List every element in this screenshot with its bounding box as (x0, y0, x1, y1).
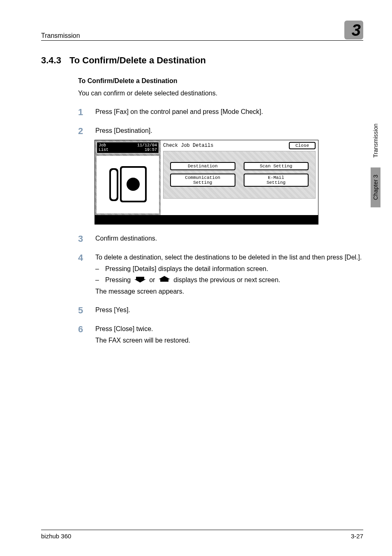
step-number: 4 (78, 253, 86, 296)
chapter-number: 3 (352, 21, 361, 39)
sub-heading: To Confirm/Delete a Destination (78, 77, 363, 85)
step-number: 5 (78, 306, 86, 315)
lcd-title: Check Job Details (163, 143, 213, 148)
bullet-dash: – (95, 264, 100, 273)
svg-marker-7 (159, 276, 170, 279)
step-follow-text: The FAX screen will be restored. (95, 336, 363, 345)
side-tab-chapter: Chapter 3 (371, 167, 380, 207)
step-number: 1 (78, 108, 86, 117)
step-text: Press [Fax] on the control panel and pre… (95, 107, 363, 117)
chapter-badge: 3 (343, 21, 363, 39)
svg-rect-8 (160, 279, 168, 282)
running-header: Transmission (41, 32, 80, 39)
svg-point-4 (127, 178, 140, 191)
lcd-tab-right: 11/12/04 19:57 (137, 143, 157, 152)
step-text: Press [Destination]. (95, 126, 363, 136)
side-tab-section: Transmission (372, 123, 379, 158)
intro-text: You can confirm or delete selected desti… (78, 89, 363, 98)
lcd-scan-setting-button[interactable]: Scan Setting (244, 162, 309, 170)
footer-page-number: 3-27 (351, 533, 363, 540)
step-follow-text: The message screen appears. (95, 287, 363, 296)
lcd-screenshot: Job List 11/12/04 19:57 Check Job Detail… (95, 140, 318, 225)
section-title: To Confirm/Delete a Destination (69, 55, 206, 66)
fax-machine-icon (105, 162, 150, 207)
step-text: Press [Yes]. (95, 305, 363, 315)
step-subtext: Pressing [Details] displays the detail i… (105, 264, 268, 273)
step-text: Confirm destinations. (95, 234, 363, 243)
footer-model: bizhub 360 (41, 533, 71, 540)
lcd-tab: Job List 11/12/04 19:57 (97, 142, 159, 153)
bullet-dash: – (95, 275, 100, 285)
svg-rect-1 (111, 170, 117, 199)
step-text: Press [Close] twice. (95, 324, 363, 334)
step-subtext: Pressing or displays the previous or nex… (105, 275, 280, 285)
step-number: 2 (78, 127, 86, 136)
svg-rect-5 (136, 277, 144, 279)
lcd-tab-left: Job List (99, 143, 108, 152)
lcd-close-button[interactable]: Close (289, 142, 316, 149)
step-number: 3 (78, 234, 86, 243)
step-text: To delete a destination, select the dest… (95, 253, 363, 262)
page-up-icon (159, 276, 170, 285)
svg-marker-6 (134, 279, 146, 283)
lcd-communication-setting-button[interactable]: Communication Setting (170, 174, 235, 187)
step-number: 6 (78, 325, 86, 345)
section-number: 3.4.3 (41, 55, 61, 66)
page-down-icon (134, 276, 146, 285)
lcd-email-setting-button[interactable]: E-Mail Setting (244, 174, 309, 187)
lcd-destination-button[interactable]: Destination (170, 162, 235, 170)
